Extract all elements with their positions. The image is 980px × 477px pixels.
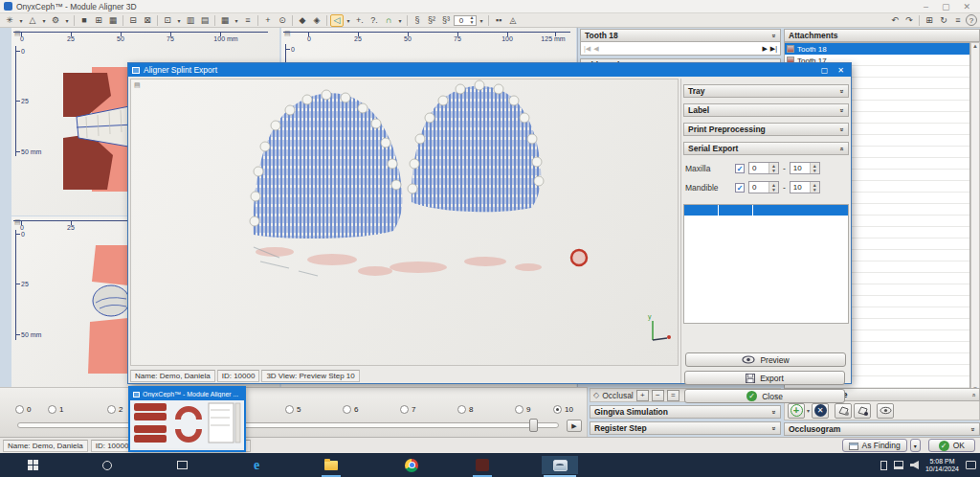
notification-icon[interactable] (966, 461, 976, 469)
layers-icon[interactable]: ≡ (241, 14, 255, 27)
tool-options-dropdown-icon[interactable]: ▾ (17, 14, 25, 27)
tool-3d-view-icon[interactable]: △ (26, 14, 39, 27)
close-icon[interactable]: ✕ (963, 2, 970, 11)
mandible-to-spinbox[interactable]: 10 ▲▼ (790, 181, 820, 193)
spin-arrows-icon[interactable]: ▲▼ (810, 182, 819, 193)
attachments-scrollbar[interactable]: ▲ ▼ (970, 42, 980, 393)
lasso-remove-icon[interactable] (854, 403, 871, 419)
mini-window-titlebar[interactable]: OnyxCeph™ - Module Aligner ... (130, 388, 244, 400)
volume-icon[interactable] (910, 461, 919, 469)
onyxceph-taskbar-button[interactable] (542, 456, 578, 474)
attachments-header[interactable]: Attachments (784, 29, 980, 42)
probe-2-icon[interactable]: §² (425, 14, 438, 27)
dialog-3d-viewport[interactable]: ▤ (130, 79, 679, 366)
maxilla-to-value[interactable]: 10 (791, 163, 810, 173)
gingiva-simulation-header[interactable]: Gingiva Simulation » (590, 405, 781, 419)
swap-views-icon[interactable]: ⊟ (126, 14, 140, 27)
step-radio-current[interactable]: 10 (553, 405, 573, 414)
chevron-expand-icon[interactable]: » (839, 147, 846, 150)
delete-cutting-line-icon[interactable]: ✕ (812, 403, 829, 419)
export-button[interactable]: Export (684, 371, 845, 385)
step-first-icon[interactable]: |◀ (584, 45, 590, 53)
dialog-titlebar[interactable]: Aligner Splint Export ▢ ✕ (128, 63, 851, 77)
file-explorer-button[interactable] (320, 456, 343, 474)
query-point-icon[interactable]: ?. (368, 14, 381, 27)
chevron-collapse-icon[interactable]: » (839, 89, 846, 93)
chevron-collapse-icon[interactable]: » (839, 127, 846, 131)
arch-tool-icon[interactable]: ∩ (382, 14, 395, 27)
chevron-collapse-icon[interactable]: » (771, 426, 778, 430)
occlusal-plus-button[interactable]: + (636, 390, 649, 401)
occlusal-minus-button[interactable]: − (652, 390, 664, 401)
list-icon[interactable]: ≡ (951, 14, 965, 27)
angle-measure-icon[interactable]: ◬ (506, 14, 520, 27)
step-slider-track[interactable] (17, 422, 559, 428)
print-view-icon[interactable]: ▤ (198, 14, 212, 27)
spinbox-dropdown-icon[interactable]: ▾ (478, 14, 485, 27)
data-table-icon[interactable]: ▦ (218, 14, 232, 27)
as-finding-button[interactable]: As Finding (842, 439, 907, 452)
search-button[interactable] (96, 456, 119, 474)
refresh-icon[interactable]: ↻ (937, 14, 950, 27)
play-animation-icon[interactable]: ▶ (567, 420, 582, 432)
add-point-icon[interactable]: +. (353, 14, 367, 27)
undo-icon[interactable]: ↶ (888, 14, 902, 27)
spin-arrows-icon[interactable]: ▲▼ (768, 182, 778, 193)
serial-export-header[interactable]: Serial Export » (683, 142, 849, 155)
chevron-collapse-icon[interactable]: » (771, 410, 778, 414)
find-image-icon[interactable]: ⊙ (276, 14, 289, 27)
spinbox-arrows-icon[interactable]: ▲▼ (468, 15, 476, 25)
step-next-icon[interactable]: ▶ (762, 45, 767, 53)
frame-select-dropdown-icon[interactable]: ▾ (175, 14, 183, 27)
preview-button[interactable]: Preview (685, 352, 846, 367)
chevron-collapse-icon[interactable]: » (771, 34, 778, 37)
maximize-icon[interactable]: ▢ (942, 2, 950, 11)
step-radio[interactable]: 1 (48, 405, 63, 414)
step-radio[interactable]: 6 (343, 405, 358, 414)
dialog-close-icon[interactable]: ✕ (837, 66, 844, 75)
spin-arrows-icon[interactable]: ▲▼ (768, 163, 778, 173)
edge-button[interactable]: e (245, 456, 268, 474)
help-icon[interactable]: ? (966, 14, 977, 26)
open-project-icon[interactable]: ◆ (296, 14, 309, 27)
export-table-body[interactable] (684, 216, 848, 323)
frame-select-icon[interactable]: ⊡ (161, 14, 174, 27)
data-table-dropdown-icon[interactable]: ▾ (233, 14, 240, 27)
export-table-header[interactable] (684, 205, 848, 216)
step-radio[interactable]: 9 (515, 405, 530, 414)
dialog-close-button[interactable]: ✓ Close (684, 389, 845, 403)
step-radio[interactable]: 5 (285, 405, 301, 414)
window-layout-icon[interactable]: ⊞ (923, 14, 936, 27)
step-radio[interactable]: 7 (400, 405, 415, 414)
add-cutting-dropdown-icon[interactable]: ▾ (807, 407, 810, 414)
maxilla-from-value[interactable]: 0 (749, 163, 768, 173)
layout-2x2-icon[interactable]: ⊞ (92, 14, 105, 27)
select-tool-dropdown-icon[interactable]: ▾ (345, 14, 352, 27)
probe-3-icon[interactable]: §³ (439, 14, 453, 27)
layout-3x3-icon[interactable]: ▦ (106, 14, 120, 27)
select-tool-icon[interactable]: ◁ (330, 14, 344, 27)
step-radio[interactable]: 8 (457, 405, 473, 414)
crosshair-icon[interactable]: + (261, 14, 275, 27)
chevron-collapse-icon[interactable]: » (839, 108, 846, 112)
step-radio[interactable]: 2 (107, 405, 122, 414)
lasso-add-icon[interactable] (835, 403, 852, 419)
spinbox-value[interactable]: 0 (455, 16, 468, 25)
tooth-panel-header[interactable]: Tooth 18 » (580, 29, 781, 42)
maxilla-checkbox[interactable]: ✓ (735, 164, 745, 173)
scroll-up-icon[interactable]: ▲ (972, 43, 978, 49)
step-last-icon[interactable]: ▶| (770, 45, 777, 53)
chevron-collapse-icon[interactable]: » (970, 427, 977, 431)
add-cutting-point-icon[interactable]: + (788, 403, 805, 419)
copy-view-icon[interactable]: ▥ (184, 14, 197, 27)
arch-tool-dropdown-icon[interactable]: ▾ (396, 14, 404, 27)
mandible-from-spinbox[interactable]: 0 ▲▼ (748, 181, 779, 193)
print-preprocessing-header[interactable]: Print Preprocessing » (683, 123, 849, 136)
spin-arrows-icon[interactable]: ▲▼ (810, 163, 819, 173)
toolbar-spinbox[interactable]: 0 ▲▼ (454, 15, 477, 26)
tool-options-icon[interactable]: ✳ (3, 14, 16, 27)
app-dark-button[interactable] (471, 456, 494, 474)
taskbar-clock[interactable]: 5:08 PM 10/14/2024 (925, 458, 959, 473)
battery-icon[interactable] (880, 461, 887, 470)
chrome-button[interactable] (400, 456, 423, 474)
